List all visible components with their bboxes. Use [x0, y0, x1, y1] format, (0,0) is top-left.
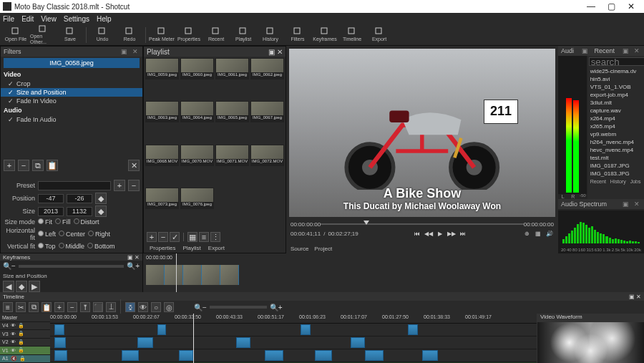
playlist-item[interactable]: IMG_0071.MOV [215, 145, 249, 166]
clip[interactable] [315, 350, 332, 361]
recent-item[interactable]: hevc_nvenc.mp4 [587, 146, 644, 154]
check-icon[interactable]: ✓ [8, 80, 14, 87]
skip-end-button[interactable]: ⏭ [459, 229, 467, 238]
recent-item[interactable]: VTS_01_1.VOB [587, 83, 644, 91]
hfit-right[interactable]: Right [88, 231, 110, 238]
clip[interactable] [422, 350, 438, 361]
clip[interactable] [408, 324, 418, 335]
menu-settings[interactable]: Settings [64, 15, 89, 23]
playlist-item[interactable]: IMG_0073.jpeg [145, 188, 179, 209]
tl-menu-button[interactable]: ≡ [3, 302, 13, 312]
tab-export[interactable]: Export [205, 245, 228, 251]
preset-remove-button[interactable]: − [128, 180, 140, 191]
playlist-list-icon[interactable]: ≡ [199, 232, 209, 242]
tab-source[interactable]: Source [291, 246, 308, 252]
menu-help[interactable]: Help [97, 15, 112, 23]
vfit-middle[interactable]: Middle [59, 243, 85, 250]
maximize-button[interactable]: ▢ [601, 1, 621, 11]
add-filter-button[interactable]: + [4, 160, 15, 171]
minimize-button[interactable]: — [581, 1, 601, 11]
play-button[interactable]: ▶ [436, 229, 444, 238]
playlist-item[interactable]: IMG_0070.MOV [180, 145, 214, 166]
keyframes-track-area[interactable]: 00:00:00:00 [143, 253, 644, 292]
close-filter-icon[interactable]: ✕ [128, 160, 140, 171]
track-a1[interactable]: A1🔇🔒 [0, 355, 50, 364]
filter-row[interactable]: ✓Crop [1, 79, 142, 88]
tl-copy-button[interactable]: ⧉ [29, 302, 39, 312]
peak-meter-button[interactable]: Peak Meter [149, 25, 175, 45]
kf-zoom-out-icon[interactable]: 🔍− [3, 262, 16, 270]
sizemode-fit[interactable]: Fit [38, 218, 52, 226]
tl-overwrite-button[interactable]: ⬛ [93, 302, 103, 312]
kf-toggle-button[interactable]: ◆ [16, 281, 27, 292]
playlist-add-button[interactable]: + [147, 232, 157, 242]
pos-y-input[interactable] [67, 194, 92, 203]
playlist-item[interactable]: IMG_0062.jpeg [250, 58, 284, 79]
remove-filter-button[interactable]: − [18, 160, 29, 171]
tl-scrub-button[interactable]: 👁 [138, 302, 148, 312]
tl-ripple-all-button[interactable]: ◎ [164, 302, 174, 312]
recent-button[interactable]: Recent [203, 25, 229, 45]
playlist-menu-button[interactable]: ⋮ [210, 232, 220, 242]
export-button[interactable]: Export [366, 25, 392, 45]
tl-zoom-in-icon[interactable]: 🔍+ [270, 304, 283, 311]
pos-x-input[interactable] [38, 194, 64, 203]
recent-item[interactable]: x264.mp4 [587, 115, 644, 122]
recent-item[interactable]: vp9.webm [587, 130, 644, 138]
menu-edit[interactable]: Edit [21, 15, 34, 23]
clip[interactable] [137, 337, 153, 348]
vfit-top[interactable]: Top [38, 243, 56, 250]
playlist-thumbs-icon[interactable]: ▦ [187, 232, 197, 242]
track-master[interactable]: Master [0, 314, 50, 322]
clip[interactable] [265, 350, 283, 361]
hfit-center[interactable]: Center [59, 231, 85, 238]
track-v2[interactable]: V2👁🔒 [0, 339, 50, 347]
track-v1[interactable]: V1👁🔒 [0, 347, 50, 355]
recent-item[interactable]: h264_nvenc.mp4 [587, 138, 644, 146]
track-v3[interactable]: V3👁🔒 [0, 330, 50, 339]
recent-item[interactable]: export-job.mp4 [587, 91, 644, 99]
recent-item[interactable]: 3dlut.mlt [587, 99, 644, 107]
clip[interactable] [54, 337, 66, 348]
filter-row[interactable]: ✓Size and Position [1, 88, 142, 97]
history-button[interactable]: History [258, 25, 283, 45]
tab-project[interactable]: Project [314, 246, 332, 252]
timeline-button[interactable]: Timeline [339, 25, 365, 45]
subtab-jobs[interactable]: Jobs [630, 179, 641, 184]
hfit-left[interactable]: Left [38, 231, 56, 238]
check-icon[interactable]: ✓ [8, 97, 14, 105]
video-preview[interactable]: 211 A Bike Show This Ducati by Michael W… [289, 49, 555, 217]
keyframes-button[interactable]: Keyframes [312, 25, 338, 45]
dock-icons[interactable]: ▣ ✕ [121, 48, 140, 55]
save-button[interactable]: Save [57, 25, 83, 45]
playlist-dock-icon[interactable]: ▣ ✕ [268, 48, 283, 56]
playhead-icon[interactable] [364, 221, 369, 225]
tl-lift-button[interactable]: ⤒ [80, 302, 90, 312]
recent-item[interactable]: x265.mp4 [587, 122, 644, 130]
tl-ripple-button[interactable]: ○ [151, 302, 161, 312]
zoom-button[interactable]: ⊕ [522, 229, 531, 238]
close-button[interactable]: ✕ [621, 1, 641, 11]
preset-dropdown[interactable] [38, 181, 111, 190]
paste-filter-button[interactable]: 📋 [47, 160, 58, 171]
playlist-item[interactable]: IMG_0068.MOV [145, 145, 179, 166]
clip[interactable] [301, 324, 311, 335]
tl-append-button[interactable]: + [54, 302, 64, 312]
kf-zoom-in-icon[interactable]: 🔍+ [127, 262, 140, 270]
rewind-button[interactable]: ◀◀ [424, 229, 433, 238]
playlist-item[interactable]: IMG_0067.jpeg [250, 101, 284, 122]
selected-clip[interactable]: IMG_0058.jpeg [4, 58, 140, 68]
menu-file[interactable]: File [3, 15, 14, 23]
recent-item[interactable]: IMG_0183.JPG [587, 170, 644, 178]
clip[interactable] [179, 350, 193, 361]
playlist-button[interactable]: Playlist [230, 25, 256, 45]
filters-button[interactable]: Filters [285, 25, 311, 45]
check-icon[interactable]: ✓ [8, 116, 14, 123]
tl-paste-button[interactable]: 📋 [42, 302, 52, 312]
size-h-input[interactable] [67, 207, 92, 216]
tl-split-button[interactable]: ⟘ [106, 302, 116, 312]
open-file-button[interactable]: Open File [3, 25, 29, 45]
playlist-remove-button[interactable]: − [158, 232, 168, 242]
skip-start-button[interactable]: ⏮ [413, 229, 421, 238]
size-w-input[interactable] [38, 207, 64, 216]
